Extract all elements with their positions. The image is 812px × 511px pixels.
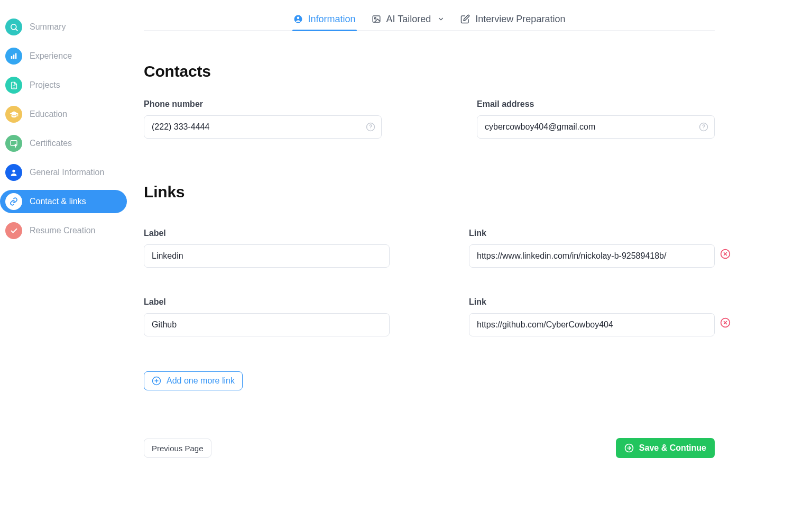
sidebar-item-summary[interactable]: Summary xyxy=(0,15,127,39)
graduation-icon xyxy=(5,106,22,123)
sidebar-item-label: Resume Creation xyxy=(30,226,96,235)
link-label-input[interactable] xyxy=(144,313,390,336)
tab-interview-preparation[interactable]: Interview Preparation xyxy=(459,7,566,31)
link-label-heading: Label xyxy=(144,297,390,307)
sidebar-item-label: Experience xyxy=(30,51,72,61)
svg-rect-2 xyxy=(11,56,13,59)
tab-label: Interview Preparation xyxy=(475,14,565,25)
link-url-field: Link xyxy=(469,297,715,336)
document-icon xyxy=(5,77,22,94)
tab-ai-tailored[interactable]: AI Tailored xyxy=(371,7,446,31)
link-icon xyxy=(5,193,22,210)
sidebar-item-label: Projects xyxy=(30,80,60,90)
phone-input[interactable] xyxy=(144,115,382,139)
link-row: Label Link xyxy=(144,229,715,268)
sidebar-item-label: Certificates xyxy=(30,139,72,148)
svg-point-15 xyxy=(370,129,371,129)
image-icon xyxy=(372,14,381,24)
bar-chart-icon xyxy=(5,48,22,65)
edit-icon xyxy=(460,14,470,24)
person-circle-icon xyxy=(293,14,303,24)
svg-rect-3 xyxy=(13,54,15,59)
sidebar-item-resume-creation[interactable]: Resume Creation xyxy=(0,219,127,242)
sidebar-item-general-information[interactable]: General Information xyxy=(0,161,127,184)
close-circle-icon xyxy=(720,249,731,259)
sidebar-item-label: General Information xyxy=(30,168,104,177)
links-heading: Links xyxy=(144,183,715,201)
arrow-right-circle-icon xyxy=(624,443,634,453)
svg-point-17 xyxy=(703,129,704,129)
remove-link-button[interactable] xyxy=(720,317,731,328)
help-icon[interactable] xyxy=(699,122,708,132)
sidebar-item-certificates[interactable]: Certificates xyxy=(0,132,127,155)
link-url-input[interactable] xyxy=(469,244,715,268)
top-tabs: Information AI Tailored Interview Prepar… xyxy=(144,7,715,31)
link-url-field: Link xyxy=(469,229,715,268)
link-label-input[interactable] xyxy=(144,244,390,268)
footer-actions: Previous Page Save & Continue xyxy=(144,438,715,458)
email-field: Email address xyxy=(477,99,715,139)
svg-line-1 xyxy=(15,29,17,30)
svg-point-8 xyxy=(14,144,16,146)
svg-point-11 xyxy=(297,17,299,20)
sidebar-item-label: Education xyxy=(30,110,67,119)
svg-rect-4 xyxy=(15,53,17,59)
sidebar-item-label: Summary xyxy=(30,22,66,32)
svg-point-9 xyxy=(12,170,15,172)
check-icon xyxy=(5,222,22,239)
sidebar: Summary Experience Projects Education Ce… xyxy=(0,0,127,248)
sidebar-item-projects[interactable]: Projects xyxy=(0,74,127,97)
links-list: Label Link Label Link xyxy=(144,229,715,336)
tab-label: AI Tailored xyxy=(386,14,431,25)
add-link-label: Add one more link xyxy=(167,376,235,386)
contacts-form-row: Phone number Email address xyxy=(144,99,715,139)
link-label-field: Label xyxy=(144,229,390,268)
link-url-heading: Link xyxy=(469,229,715,238)
sidebar-item-label: Contact & links xyxy=(30,197,86,206)
search-icon xyxy=(5,19,22,35)
help-icon[interactable] xyxy=(366,122,375,132)
link-label-heading: Label xyxy=(144,229,390,238)
tab-label: Information xyxy=(308,14,356,25)
person-icon xyxy=(5,164,22,181)
link-row: Label Link xyxy=(144,297,715,336)
save-button-label: Save & Continue xyxy=(639,443,706,453)
email-input[interactable] xyxy=(477,115,715,139)
plus-circle-icon xyxy=(152,376,161,386)
remove-link-button[interactable] xyxy=(720,249,731,259)
phone-field: Phone number xyxy=(144,99,382,139)
chevron-down-icon xyxy=(437,15,445,23)
sidebar-item-experience[interactable]: Experience xyxy=(0,44,127,68)
save-continue-button[interactable]: Save & Continue xyxy=(616,438,715,458)
svg-point-13 xyxy=(374,17,376,19)
certificate-icon xyxy=(5,135,22,152)
sidebar-item-contact-links[interactable]: Contact & links xyxy=(0,190,127,213)
svg-rect-12 xyxy=(373,16,380,22)
link-label-field: Label xyxy=(144,297,390,336)
tab-information[interactable]: Information xyxy=(292,7,357,31)
sidebar-item-education[interactable]: Education xyxy=(0,103,127,126)
link-url-input[interactable] xyxy=(469,313,715,336)
phone-label: Phone number xyxy=(144,99,382,109)
close-circle-icon xyxy=(720,317,731,328)
link-url-heading: Link xyxy=(469,297,715,307)
contacts-heading: Contacts xyxy=(144,62,715,80)
email-label: Email address xyxy=(477,99,715,109)
add-link-button[interactable]: Add one more link xyxy=(144,371,243,390)
previous-page-button[interactable]: Previous Page xyxy=(144,439,211,458)
